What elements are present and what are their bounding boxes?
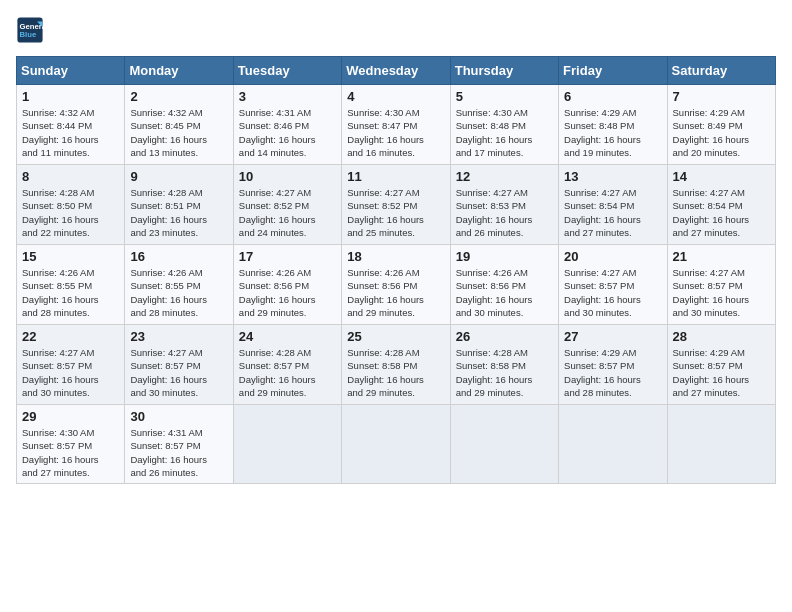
calendar-cell: 8Sunrise: 4:28 AM Sunset: 8:50 PM Daylig… (17, 165, 125, 245)
calendar-cell: 18Sunrise: 4:26 AM Sunset: 8:56 PM Dayli… (342, 245, 450, 325)
day-info: Sunrise: 4:27 AM Sunset: 8:57 PM Dayligh… (22, 346, 119, 399)
day-info: Sunrise: 4:29 AM Sunset: 8:57 PM Dayligh… (673, 346, 770, 399)
calendar-week-row: 29Sunrise: 4:30 AM Sunset: 8:57 PM Dayli… (17, 405, 776, 484)
calendar-week-row: 8Sunrise: 4:28 AM Sunset: 8:50 PM Daylig… (17, 165, 776, 245)
weekday-header-friday: Friday (559, 57, 667, 85)
day-info: Sunrise: 4:30 AM Sunset: 8:48 PM Dayligh… (456, 106, 553, 159)
calendar-cell (559, 405, 667, 484)
day-number: 22 (22, 329, 119, 344)
calendar-cell: 22Sunrise: 4:27 AM Sunset: 8:57 PM Dayli… (17, 325, 125, 405)
calendar-cell (342, 405, 450, 484)
day-number: 23 (130, 329, 227, 344)
calendar-week-row: 15Sunrise: 4:26 AM Sunset: 8:55 PM Dayli… (17, 245, 776, 325)
weekday-header-sunday: Sunday (17, 57, 125, 85)
calendar-cell: 21Sunrise: 4:27 AM Sunset: 8:57 PM Dayli… (667, 245, 775, 325)
svg-text:Blue: Blue (20, 30, 37, 39)
day-number: 27 (564, 329, 661, 344)
calendar-cell: 5Sunrise: 4:30 AM Sunset: 8:48 PM Daylig… (450, 85, 558, 165)
calendar-cell: 2Sunrise: 4:32 AM Sunset: 8:45 PM Daylig… (125, 85, 233, 165)
day-info: Sunrise: 4:27 AM Sunset: 8:52 PM Dayligh… (239, 186, 336, 239)
calendar-cell: 29Sunrise: 4:30 AM Sunset: 8:57 PM Dayli… (17, 405, 125, 484)
day-info: Sunrise: 4:32 AM Sunset: 8:44 PM Dayligh… (22, 106, 119, 159)
weekday-header-row: SundayMondayTuesdayWednesdayThursdayFrid… (17, 57, 776, 85)
calendar-week-row: 1Sunrise: 4:32 AM Sunset: 8:44 PM Daylig… (17, 85, 776, 165)
calendar-body: 1Sunrise: 4:32 AM Sunset: 8:44 PM Daylig… (17, 85, 776, 484)
day-number: 12 (456, 169, 553, 184)
calendar-cell: 13Sunrise: 4:27 AM Sunset: 8:54 PM Dayli… (559, 165, 667, 245)
day-number: 8 (22, 169, 119, 184)
calendar-cell: 26Sunrise: 4:28 AM Sunset: 8:58 PM Dayli… (450, 325, 558, 405)
day-number: 3 (239, 89, 336, 104)
day-number: 24 (239, 329, 336, 344)
day-info: Sunrise: 4:28 AM Sunset: 8:50 PM Dayligh… (22, 186, 119, 239)
calendar-cell: 16Sunrise: 4:26 AM Sunset: 8:55 PM Dayli… (125, 245, 233, 325)
day-info: Sunrise: 4:28 AM Sunset: 8:58 PM Dayligh… (347, 346, 444, 399)
calendar-cell: 30Sunrise: 4:31 AM Sunset: 8:57 PM Dayli… (125, 405, 233, 484)
calendar-header: SundayMondayTuesdayWednesdayThursdayFrid… (17, 57, 776, 85)
calendar-table: SundayMondayTuesdayWednesdayThursdayFrid… (16, 56, 776, 484)
calendar-cell: 17Sunrise: 4:26 AM Sunset: 8:56 PM Dayli… (233, 245, 341, 325)
day-info: Sunrise: 4:29 AM Sunset: 8:49 PM Dayligh… (673, 106, 770, 159)
day-info: Sunrise: 4:30 AM Sunset: 8:57 PM Dayligh… (22, 426, 119, 479)
day-info: Sunrise: 4:27 AM Sunset: 8:53 PM Dayligh… (456, 186, 553, 239)
day-number: 15 (22, 249, 119, 264)
weekday-header-monday: Monday (125, 57, 233, 85)
day-info: Sunrise: 4:32 AM Sunset: 8:45 PM Dayligh… (130, 106, 227, 159)
day-number: 17 (239, 249, 336, 264)
day-number: 2 (130, 89, 227, 104)
day-info: Sunrise: 4:26 AM Sunset: 8:55 PM Dayligh… (130, 266, 227, 319)
day-number: 9 (130, 169, 227, 184)
day-info: Sunrise: 4:28 AM Sunset: 8:58 PM Dayligh… (456, 346, 553, 399)
day-number: 14 (673, 169, 770, 184)
calendar-cell: 9Sunrise: 4:28 AM Sunset: 8:51 PM Daylig… (125, 165, 233, 245)
day-info: Sunrise: 4:27 AM Sunset: 8:57 PM Dayligh… (673, 266, 770, 319)
weekday-header-tuesday: Tuesday (233, 57, 341, 85)
day-number: 6 (564, 89, 661, 104)
day-number: 21 (673, 249, 770, 264)
day-info: Sunrise: 4:27 AM Sunset: 8:54 PM Dayligh… (673, 186, 770, 239)
day-number: 7 (673, 89, 770, 104)
calendar-cell: 25Sunrise: 4:28 AM Sunset: 8:58 PM Dayli… (342, 325, 450, 405)
day-number: 1 (22, 89, 119, 104)
calendar-cell: 28Sunrise: 4:29 AM Sunset: 8:57 PM Dayli… (667, 325, 775, 405)
day-info: Sunrise: 4:27 AM Sunset: 8:57 PM Dayligh… (564, 266, 661, 319)
day-number: 5 (456, 89, 553, 104)
day-info: Sunrise: 4:26 AM Sunset: 8:56 PM Dayligh… (347, 266, 444, 319)
day-number: 30 (130, 409, 227, 424)
day-number: 20 (564, 249, 661, 264)
calendar-cell: 1Sunrise: 4:32 AM Sunset: 8:44 PM Daylig… (17, 85, 125, 165)
weekday-header-wednesday: Wednesday (342, 57, 450, 85)
day-info: Sunrise: 4:27 AM Sunset: 8:52 PM Dayligh… (347, 186, 444, 239)
logo-icon: General Blue (16, 16, 44, 44)
day-info: Sunrise: 4:26 AM Sunset: 8:56 PM Dayligh… (456, 266, 553, 319)
day-number: 16 (130, 249, 227, 264)
calendar-cell: 3Sunrise: 4:31 AM Sunset: 8:46 PM Daylig… (233, 85, 341, 165)
calendar-cell: 19Sunrise: 4:26 AM Sunset: 8:56 PM Dayli… (450, 245, 558, 325)
day-info: Sunrise: 4:29 AM Sunset: 8:57 PM Dayligh… (564, 346, 661, 399)
day-number: 11 (347, 169, 444, 184)
calendar-cell (450, 405, 558, 484)
weekday-header-thursday: Thursday (450, 57, 558, 85)
day-number: 19 (456, 249, 553, 264)
day-info: Sunrise: 4:30 AM Sunset: 8:47 PM Dayligh… (347, 106, 444, 159)
day-info: Sunrise: 4:27 AM Sunset: 8:57 PM Dayligh… (130, 346, 227, 399)
day-info: Sunrise: 4:28 AM Sunset: 8:51 PM Dayligh… (130, 186, 227, 239)
calendar-cell: 12Sunrise: 4:27 AM Sunset: 8:53 PM Dayli… (450, 165, 558, 245)
day-number: 25 (347, 329, 444, 344)
calendar-cell: 27Sunrise: 4:29 AM Sunset: 8:57 PM Dayli… (559, 325, 667, 405)
day-info: Sunrise: 4:26 AM Sunset: 8:56 PM Dayligh… (239, 266, 336, 319)
day-info: Sunrise: 4:26 AM Sunset: 8:55 PM Dayligh… (22, 266, 119, 319)
day-number: 13 (564, 169, 661, 184)
weekday-header-saturday: Saturday (667, 57, 775, 85)
calendar-cell: 20Sunrise: 4:27 AM Sunset: 8:57 PM Dayli… (559, 245, 667, 325)
day-number: 29 (22, 409, 119, 424)
day-number: 18 (347, 249, 444, 264)
day-number: 4 (347, 89, 444, 104)
calendar-cell: 15Sunrise: 4:26 AM Sunset: 8:55 PM Dayli… (17, 245, 125, 325)
day-number: 26 (456, 329, 553, 344)
calendar-cell: 10Sunrise: 4:27 AM Sunset: 8:52 PM Dayli… (233, 165, 341, 245)
calendar-cell: 6Sunrise: 4:29 AM Sunset: 8:48 PM Daylig… (559, 85, 667, 165)
logo: General Blue (16, 16, 48, 44)
calendar-cell (667, 405, 775, 484)
day-info: Sunrise: 4:27 AM Sunset: 8:54 PM Dayligh… (564, 186, 661, 239)
